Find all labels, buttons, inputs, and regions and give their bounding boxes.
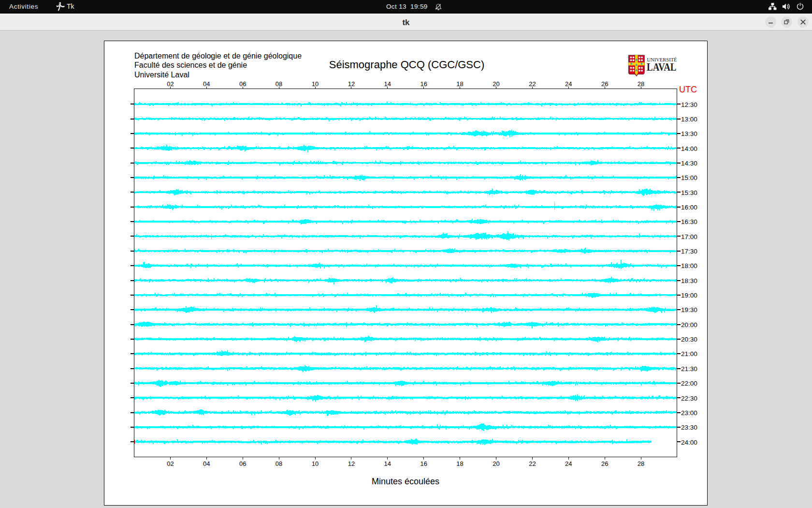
svg-text:LAVAL: LAVAL: [647, 61, 677, 73]
